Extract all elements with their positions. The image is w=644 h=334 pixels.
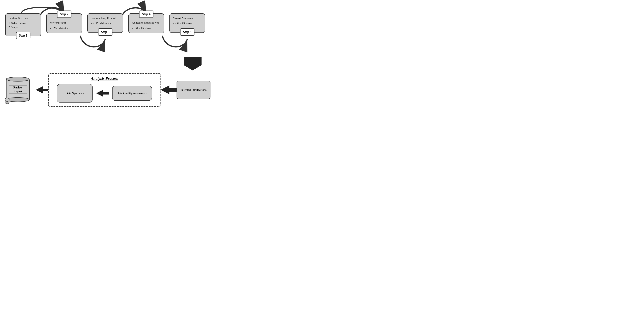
step2-title: Keyword search — [50, 21, 79, 25]
step5-count: n = 34 publications — [173, 22, 202, 26]
svg-marker-14 — [96, 90, 108, 97]
step2-count: n = 232 publications — [50, 26, 79, 30]
svg-point-8 — [5, 98, 9, 102]
data-quality-block: Data Quality Assessment — [112, 86, 152, 101]
review-report-scroll: Review Report — [4, 76, 32, 104]
selected-publications-block: Selected Publications — [176, 80, 210, 99]
diagram-container: Database Selection 1. Web of Science 2. … — [4, 4, 210, 107]
svg-marker-13 — [36, 86, 48, 94]
analysis-box: Analysis Process Data Synthesis Data Qua… — [48, 73, 160, 107]
step4-count: n = 61 publications — [132, 26, 161, 30]
svg-point-6 — [6, 98, 30, 102]
step2-block: Step 2 Keyword search n = 232 publicatio… — [46, 13, 82, 33]
step5-label: Step 5 — [180, 28, 194, 36]
svg-marker-3 — [184, 57, 202, 70]
step3-title: Duplicate Entry Removal — [90, 16, 120, 20]
step5-title: Abstract Assessment — [173, 16, 202, 20]
step1-label: Step 1 — [16, 32, 30, 39]
bottom-section: Review Report Analysis Process Data Synt… — [4, 73, 210, 107]
review-report-text: Review Report — [14, 86, 22, 93]
analysis-inner: Data Synthesis Data Quality Assessment — [52, 84, 156, 102]
step3-count: n = 125 publications — [90, 22, 120, 26]
step1-line2: 2. Scopus — [8, 25, 38, 29]
down-chevron-connector — [4, 57, 210, 71]
step4-block: Step 4 Publication theme and type n = 61… — [128, 13, 164, 33]
step1-title: Database Selection — [8, 16, 38, 20]
data-synthesis-block: Data Synthesis — [57, 84, 92, 102]
arrow-sp-to-dq — [160, 84, 176, 95]
step4-label: Step 4 — [139, 10, 154, 18]
arrow-to-review — [36, 86, 48, 94]
step5-block: Abstract Assessment n = 34 publications … — [170, 13, 205, 33]
arrow-dq-to-ds — [96, 89, 108, 98]
step4-title: Publication theme and type — [132, 21, 161, 25]
step2-label: Step 2 — [57, 10, 71, 18]
down-chevron-svg — [183, 57, 202, 71]
step3-block: Duplicate Entry Removal n = 125 publicat… — [88, 13, 123, 33]
step1-block: Database Selection 1. Web of Science 2. … — [5, 13, 41, 36]
top-section: Database Selection 1. Web of Science 2. … — [4, 4, 210, 54]
analysis-title: Analysis Process — [52, 76, 156, 81]
svg-marker-15 — [160, 86, 176, 94]
svg-point-5 — [6, 77, 30, 81]
step1-line1: 1. Web of Science — [8, 21, 38, 25]
step3-label: Step 3 — [98, 28, 112, 36]
